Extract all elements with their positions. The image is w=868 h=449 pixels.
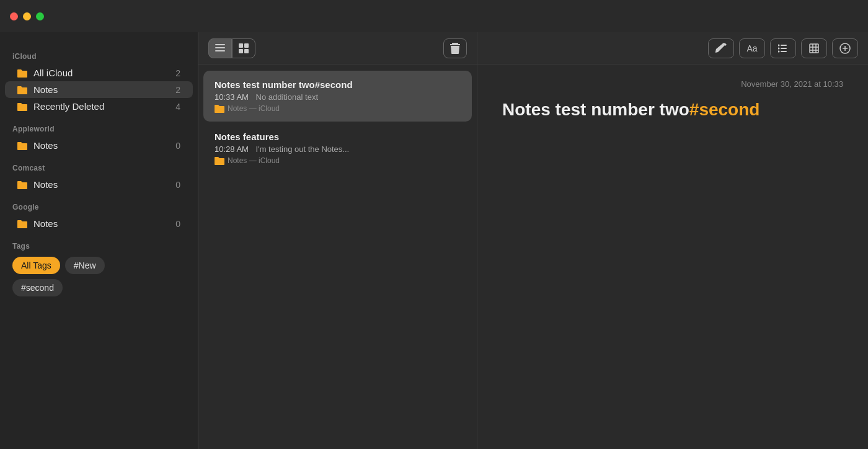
folder-small-icon (215, 156, 224, 165)
folder-icon (17, 141, 27, 150)
note-folder-label: Notes — iCloud (228, 156, 280, 165)
sidebar-item-recently-deleted[interactable]: Recently Deleted 4 (5, 98, 193, 115)
sidebar-item-label: Notes (33, 218, 175, 229)
note-item-title: Notes features (215, 131, 461, 142)
sidebar-item-count: 2 (175, 85, 180, 95)
sidebar-item-comcast-notes[interactable]: Notes 0 (5, 176, 193, 193)
tags-section: Tags All Tags #New #second (0, 232, 198, 296)
editor-content: November 30, 2021 at 10:33 Notes test nu… (477, 64, 868, 449)
svg-rect-8 (781, 45, 787, 46)
list-format-button[interactable] (770, 38, 796, 58)
svg-rect-4 (244, 43, 249, 48)
folder-icon (17, 102, 27, 111)
close-button[interactable] (10, 12, 18, 20)
folder-icon (17, 69, 27, 78)
tag-second[interactable]: #second (12, 279, 63, 296)
note-item-title: Notes test number two#second (215, 79, 461, 90)
note-item-2[interactable]: Notes features 10:28 AM I'm testing out … (203, 123, 472, 174)
font-button[interactable]: Aa (739, 38, 765, 58)
svg-rect-2 (215, 50, 225, 51)
traffic-lights (10, 12, 44, 20)
notes-list-toolbar (198, 32, 477, 64)
svg-rect-5 (239, 49, 243, 53)
minimize-button[interactable] (23, 12, 31, 20)
sidebar: iCloud All iCloud 2 Notes 2 Recently Del… (0, 32, 198, 449)
svg-rect-1 (215, 47, 225, 48)
note-item-1[interactable]: Notes test number two#second 10:33 AM No… (203, 71, 472, 122)
sidebar-item-count: 2 (175, 68, 180, 78)
folder-small-icon (215, 104, 224, 113)
svg-rect-6 (244, 49, 249, 53)
share-button[interactable] (832, 38, 858, 58)
comcast-section-header: Comcast (0, 154, 198, 176)
title-bar (0, 0, 868, 32)
folder-icon (17, 220, 27, 228)
note-item-preview: No additional text (256, 92, 318, 102)
editor-toolbar: Aa (477, 32, 868, 64)
sidebar-item-count: 0 (175, 180, 180, 190)
notes-list: Notes test number two#second 10:33 AM No… (198, 64, 477, 449)
svg-rect-10 (781, 48, 787, 49)
notes-list-panel: Notes test number two#second 10:33 AM No… (198, 32, 477, 449)
table-button[interactable] (801, 38, 827, 58)
sidebar-item-label: Notes (33, 84, 175, 95)
sidebar-item-google-notes[interactable]: Notes 0 (5, 215, 193, 232)
note-item-folder: Notes — iCloud (215, 104, 461, 113)
font-icon: Aa (746, 43, 757, 53)
svg-rect-13 (810, 44, 818, 53)
icloud-section-header: iCloud (0, 42, 198, 64)
google-section-header: Google (0, 193, 198, 215)
view-toggle-group (208, 38, 255, 58)
trash-button[interactable] (443, 38, 467, 58)
folder-icon (17, 180, 27, 189)
editor-title-part1: Notes test number two (502, 100, 689, 119)
note-item-folder: Notes — iCloud (215, 156, 461, 165)
note-item-time: 10:28 AM (215, 144, 249, 154)
note-item-time: 10:33 AM (215, 92, 249, 102)
sidebar-item-label: Notes (33, 140, 175, 151)
sidebar-item-appleworld-notes[interactable]: Notes 0 (5, 137, 193, 154)
main-layout: iCloud All iCloud 2 Notes 2 Recently Del… (0, 32, 868, 449)
editor-title: Notes test number two#second (502, 99, 843, 121)
list-view-button[interactable] (208, 38, 232, 58)
note-item-meta: 10:28 AM I'm testing out the Notes... (215, 144, 461, 154)
sidebar-item-icloud-notes[interactable]: Notes 2 (5, 81, 193, 98)
sidebar-item-label: Notes (33, 179, 175, 190)
sidebar-item-all-icloud[interactable]: All iCloud 2 (5, 64, 193, 81)
editor-date: November 30, 2021 at 10:33 (502, 79, 843, 89)
tag-all-tags[interactable]: All Tags (12, 257, 60, 274)
grid-view-button[interactable] (232, 38, 255, 58)
svg-point-9 (778, 47, 780, 49)
svg-point-7 (778, 44, 780, 46)
sidebar-item-count: 4 (175, 102, 180, 112)
tags-row: All Tags #New (12, 257, 185, 274)
tag-new[interactable]: #New (65, 257, 105, 274)
svg-rect-12 (781, 51, 787, 52)
folder-icon (17, 86, 27, 94)
editor-panel: Aa (477, 32, 868, 449)
sidebar-item-count: 0 (175, 219, 180, 229)
sidebar-item-label: All iCloud (33, 68, 175, 78)
svg-rect-3 (239, 43, 243, 48)
sidebar-item-count: 0 (175, 141, 180, 151)
tags-header: Tags (12, 242, 185, 251)
note-folder-label: Notes — iCloud (228, 104, 280, 113)
note-item-preview: I'm testing out the Notes... (256, 144, 350, 154)
editor-title-part2: #second (689, 100, 760, 119)
svg-point-11 (778, 50, 780, 52)
note-item-meta: 10:33 AM No additional text (215, 92, 461, 102)
appleworld-section-header: Appleworld (0, 115, 198, 137)
compose-button[interactable] (708, 38, 734, 58)
tags-row-2: #second (12, 279, 185, 296)
sidebar-item-label: Recently Deleted (33, 101, 175, 112)
svg-rect-0 (215, 44, 225, 45)
maximize-button[interactable] (36, 12, 44, 20)
